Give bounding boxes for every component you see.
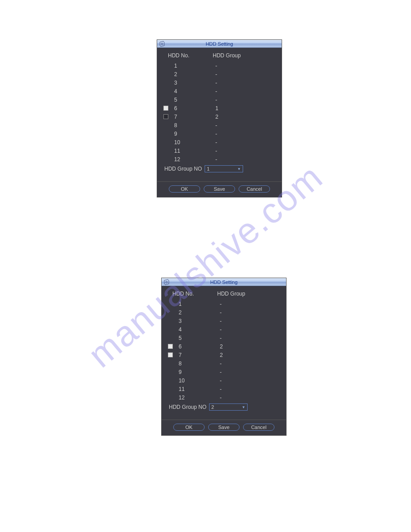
row-no: 2 <box>171 71 199 77</box>
row-group: - <box>199 80 275 86</box>
cancel-button[interactable]: Cancel <box>243 424 274 431</box>
row-group: - <box>204 309 280 316</box>
row-no: 2 <box>176 309 204 316</box>
titlebar: HDD Setting <box>157 40 282 48</box>
header-hdd-group: HDD Group <box>204 291 280 297</box>
button-row: OK Save Cancel <box>162 424 286 435</box>
table-row: 1 - <box>163 61 275 70</box>
row-no: 12 <box>176 395 204 401</box>
row-no: 6 <box>176 343 204 350</box>
row-group: - <box>204 369 280 375</box>
table-row: 7 2 <box>163 112 275 121</box>
row-group: - <box>199 97 275 103</box>
cancel-button[interactable]: Cancel <box>239 185 270 193</box>
table-row: 3 - <box>163 78 275 87</box>
chevron-down-icon: ▼ <box>237 167 241 171</box>
table-row: 12 - <box>163 155 275 163</box>
checkbox-slot[interactable] <box>168 352 176 357</box>
row-group: - <box>199 88 275 94</box>
row-group: - <box>199 148 275 154</box>
checkbox-slot[interactable] <box>163 114 171 119</box>
dropdown-value: 2 <box>211 404 214 410</box>
row-no: 6 <box>171 105 199 112</box>
group-no-label: HDD Group NO <box>169 404 206 410</box>
table-row: 10 - <box>168 376 280 385</box>
row-group: - <box>199 63 275 69</box>
row-no: 5 <box>171 97 199 103</box>
row-no: 8 <box>176 360 204 367</box>
row-group: 2 <box>204 352 280 358</box>
row-no: 5 <box>176 335 204 341</box>
row-group: - <box>204 318 280 324</box>
row-no: 8 <box>171 122 199 129</box>
row-no: 12 <box>171 156 199 163</box>
row-group: - <box>204 301 280 307</box>
row-no: 1 <box>171 63 199 69</box>
save-button[interactable]: Save <box>208 424 240 431</box>
table-row: 11 - <box>163 146 275 155</box>
group-no-dropdown[interactable]: 1 ▼ <box>205 165 243 172</box>
row-group: - <box>199 156 275 163</box>
table-row: 9 - <box>163 129 275 138</box>
titlebar: HDD Setting <box>162 278 286 286</box>
checkbox-icon[interactable] <box>163 114 168 119</box>
header-hdd-no: HDD No. <box>168 291 204 297</box>
row-group: - <box>199 131 275 137</box>
row-group: - <box>204 326 280 333</box>
row-no: 11 <box>176 386 204 392</box>
row-no: 10 <box>171 139 199 146</box>
table-row: 11 - <box>168 385 280 393</box>
dropdown-value: 1 <box>207 166 210 172</box>
row-group: 1 <box>199 105 275 112</box>
table-row: 8 - <box>168 359 280 368</box>
row-no: 9 <box>171 131 199 137</box>
table-row: 6 1 <box>163 104 275 112</box>
dialog-title: HDD Setting <box>159 41 280 47</box>
row-group: - <box>199 71 275 77</box>
checkbox-slot[interactable] <box>163 106 171 111</box>
group-number-row: HDD Group NO 1 ▼ <box>163 165 275 172</box>
save-button[interactable]: Save <box>204 185 235 193</box>
row-group: - <box>204 335 280 341</box>
hdd-setting-dialog-1: HDD Setting HDD No. HDD Group 1 - 2 - 3 … <box>157 39 282 197</box>
ok-button[interactable]: OK <box>173 424 205 431</box>
row-no: 7 <box>176 352 204 358</box>
row-no: 1 <box>176 301 204 307</box>
table-row: 2 - <box>168 308 280 317</box>
row-group: - <box>204 386 280 392</box>
table-row: 4 - <box>168 325 280 334</box>
row-group: - <box>199 139 275 146</box>
table-row: 6 2 <box>168 342 280 351</box>
divider <box>157 181 282 182</box>
dialog-content: HDD No. HDD Group 1 - 2 - 3 - 4 - 5 - <box>157 48 282 176</box>
row-no: 7 <box>171 114 199 120</box>
row-group: - <box>199 122 275 129</box>
table-row: 1 - <box>168 300 280 308</box>
table-row: 5 - <box>168 334 280 342</box>
row-group: - <box>204 378 280 384</box>
checkbox-icon[interactable] <box>168 352 173 357</box>
row-no: 11 <box>171 148 199 154</box>
ok-button[interactable]: OK <box>169 185 200 193</box>
dialog-title: HDD Setting <box>163 279 284 285</box>
checkbox-icon[interactable] <box>163 106 168 111</box>
table-row: 8 - <box>163 121 275 129</box>
row-group: 2 <box>204 343 280 350</box>
table-row: 12 - <box>168 393 280 402</box>
row-no: 4 <box>176 326 204 333</box>
row-no: 10 <box>176 378 204 384</box>
checkbox-slot[interactable] <box>168 344 176 349</box>
table-row: 5 - <box>163 95 275 104</box>
row-group: - <box>204 360 280 367</box>
table-row: 2 - <box>163 70 275 78</box>
table-row: 10 - <box>163 138 275 146</box>
header-hdd-group: HDD Group <box>199 52 275 59</box>
row-group: 2 <box>199 114 275 120</box>
group-no-label: HDD Group NO <box>164 166 202 172</box>
header-hdd-no: HDD No. <box>163 52 199 59</box>
divider <box>162 420 286 420</box>
table-header: HDD No. HDD Group <box>163 52 275 59</box>
group-no-dropdown[interactable]: 2 ▼ <box>209 403 248 411</box>
group-number-row: HDD Group NO 2 ▼ <box>168 403 280 411</box>
checkbox-icon[interactable] <box>168 344 173 349</box>
